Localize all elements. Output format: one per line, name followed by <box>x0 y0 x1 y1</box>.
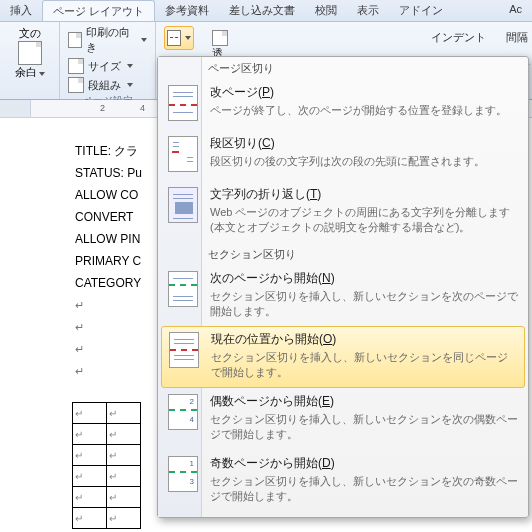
orientation-button[interactable]: 印刷の向き <box>66 24 149 56</box>
paragraph-mark: ↵ <box>75 316 142 338</box>
breaks-dropdown: ページ区切り 改ページ(P) ページが終了し、次のページが開始する位置を登録しま… <box>157 56 529 518</box>
columns-label: 段組み <box>88 78 121 93</box>
document-table[interactable]: ↵↵↵↵↵↵↵↵↵↵↵↵ <box>72 402 141 529</box>
tab-acrobat[interactable]: Ac <box>499 0 532 21</box>
paragraph-mark: ↵ <box>75 360 142 382</box>
breaks-button[interactable] <box>164 26 194 50</box>
mi-desc: セクション区切りを挿入し、新しいセクションを次の奇数ページで開始します。 <box>210 474 518 504</box>
mi-title-a: 偶数ページから開始( <box>210 394 322 408</box>
watermark-icon <box>212 30 228 46</box>
continuous-icon <box>169 332 199 368</box>
mi-desc: セクション区切りを挿入し、新しいセクションを同じページで開始します。 <box>211 350 517 380</box>
tab-review[interactable]: 校閲 <box>305 0 347 21</box>
mi-title-a: 現在の位置から開始( <box>211 332 323 346</box>
mi-title-b: ) <box>332 332 336 346</box>
doc-line: CONVERT <box>75 206 142 228</box>
document-body[interactable]: TITLE: クラ STATUS: Pu ALLOW CO CONVERT AL… <box>75 140 142 382</box>
margins-label: 余白 <box>15 66 37 78</box>
mi-title-b: ) <box>330 394 334 408</box>
mi-desc: セクション区切りを挿入し、新しいセクションを次の偶数ページで開始します。 <box>210 412 518 442</box>
margins-button[interactable]: 文の 余白 <box>11 24 49 82</box>
size-icon <box>68 58 84 74</box>
ribbon-tabs: 挿入 ページ レイアウト 参考資料 差し込み文書 校閲 表示 アドイン Ac <box>0 0 532 22</box>
mi-key: P <box>262 85 270 99</box>
doc-line: CATEGORY <box>75 272 142 294</box>
ribbon-right-group: 透かし インデント 間隔 行 <box>431 30 528 45</box>
margin-sub-label: 文の <box>19 26 41 41</box>
menu-item-column-break[interactable]: 段区切り(C) 段区切りの後の文字列は次の段の先頭に配置されます。 <box>158 130 528 181</box>
mi-desc: Web ページのオブジェクトの周囲にある文字列を分離します (本文とオブジェクト… <box>210 205 518 235</box>
mi-title-b: ) <box>271 136 275 150</box>
tab-page-layout[interactable]: ページ レイアウト <box>42 0 155 21</box>
menu-item-page-break[interactable]: 改ページ(P) ページが終了し、次のページが開始する位置を登録します。 <box>158 79 528 130</box>
doc-line: PRIMARY C <box>75 250 142 272</box>
doc-line: TITLE: クラ <box>75 140 142 162</box>
ruler-tick: 4 <box>140 103 145 113</box>
mi-title-a: 段区切り( <box>210 136 262 150</box>
spacing-label: 間隔 <box>506 30 528 45</box>
breaks-icon <box>167 30 181 46</box>
indent-label: インデント <box>431 30 486 45</box>
column-break-icon <box>168 136 198 172</box>
menu-item-even-page[interactable]: 24 偶数ページから開始(E) セクション区切りを挿入し、新しいセクションを次の… <box>158 388 528 450</box>
page-break-icon <box>168 85 198 121</box>
menu-item-continuous[interactable]: 現在の位置から開始(O) セクション区切りを挿入し、新しいセクションを同じページ… <box>161 326 525 388</box>
chevron-down-icon <box>127 64 133 68</box>
mi-title-b: ) <box>317 187 321 201</box>
mi-desc: ページが終了し、次のページが開始する位置を登録します。 <box>210 103 518 118</box>
mi-title-a: 次のページから開始( <box>210 271 322 285</box>
mi-desc: 段区切りの後の文字列は次の段の先頭に配置されます。 <box>210 154 518 169</box>
mi-title-a: 改ページ( <box>210 85 262 99</box>
mi-title-b: ) <box>270 85 274 99</box>
mi-desc: セクション区切りを挿入し、新しいセクションを次のページで開始します。 <box>210 289 518 319</box>
tab-references[interactable]: 参考資料 <box>155 0 219 21</box>
size-label: サイズ <box>88 59 121 74</box>
menu-header-section-breaks: セクション区切り <box>158 243 528 265</box>
mi-key: D <box>322 456 331 470</box>
chevron-down-icon <box>39 72 45 76</box>
menu-item-next-page[interactable]: 次のページから開始(N) セクション区切りを挿入し、新しいセクションを次のページ… <box>158 265 528 327</box>
size-button[interactable]: サイズ <box>66 57 149 75</box>
menu-header-page-breaks: ページ区切り <box>158 57 528 79</box>
tab-addin[interactable]: アドイン <box>389 0 453 21</box>
orientation-label: 印刷の向き <box>86 25 135 55</box>
mi-title-a: 奇数ページから開始( <box>210 456 322 470</box>
mi-title-a: 文字列の折り返し( <box>210 187 310 201</box>
even-page-icon: 24 <box>168 394 198 430</box>
orientation-icon <box>68 32 82 48</box>
mi-key: O <box>323 332 332 346</box>
mi-key: E <box>322 394 330 408</box>
text-wrap-icon <box>168 187 198 223</box>
mi-key: C <box>262 136 271 150</box>
doc-line: STATUS: Pu <box>75 162 142 184</box>
tab-mailings[interactable]: 差し込み文書 <box>219 0 305 21</box>
menu-item-odd-page[interactable]: 13 奇数ページから開始(D) セクション区切りを挿入し、新しいセクションを次の… <box>158 450 528 512</box>
columns-button[interactable]: 段組み <box>66 76 149 94</box>
next-page-icon <box>168 271 198 307</box>
chevron-down-icon <box>185 36 191 40</box>
tab-insert[interactable]: 挿入 <box>0 0 42 21</box>
tab-view[interactable]: 表示 <box>347 0 389 21</box>
menu-item-text-wrapping[interactable]: 文字列の折り返し(T) Web ページのオブジェクトの周囲にある文字列を分離しま… <box>158 181 528 243</box>
mi-title-b: ) <box>331 271 335 285</box>
doc-line: ALLOW CO <box>75 184 142 206</box>
odd-page-icon: 13 <box>168 456 198 492</box>
chevron-down-icon <box>141 38 147 42</box>
doc-line: ALLOW PIN <box>75 228 142 250</box>
paragraph-mark: ↵ <box>75 338 142 360</box>
paragraph-mark: ↵ <box>75 294 142 316</box>
ruler-tick: 2 <box>100 103 105 113</box>
columns-icon <box>68 77 84 93</box>
margins-icon <box>18 41 42 65</box>
chevron-down-icon <box>127 83 133 87</box>
mi-key: N <box>322 271 331 285</box>
group-blank <box>6 86 53 99</box>
mi-title-b: ) <box>331 456 335 470</box>
